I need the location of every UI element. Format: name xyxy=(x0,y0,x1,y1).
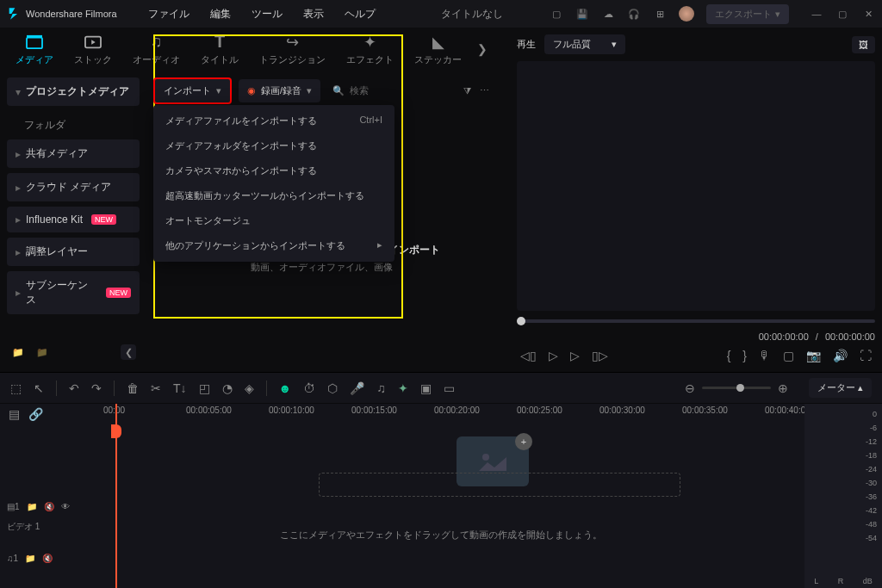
timeline-tracks[interactable]: 00:0000:00:05:0000:00:10:0000:00:15:0000… xyxy=(78,404,804,588)
zoom-out-icon[interactable]: ⊖ xyxy=(685,381,695,395)
tl-undo-icon[interactable]: ↶ xyxy=(69,381,79,395)
cloud-icon[interactable]: ☁ xyxy=(601,7,615,21)
video-track-header[interactable]: ▤1📁🔇👁 xyxy=(0,493,78,519)
tl-pointer-icon[interactable]: ↖ xyxy=(34,381,44,395)
fullscreen-icon[interactable]: ⛶ xyxy=(860,349,872,362)
monitor-icon[interactable]: ▢ xyxy=(550,7,563,21)
import-button[interactable]: インポート▾ xyxy=(153,77,232,104)
tab-title[interactable]: Tタイトル xyxy=(194,29,245,70)
filter-icon[interactable]: ⧩ xyxy=(463,85,471,96)
progress-bar[interactable] xyxy=(517,319,875,323)
tl-crop-icon[interactable]: ◰ xyxy=(199,381,210,395)
tab-audio[interactable]: ♫オーディオ xyxy=(126,29,187,70)
export-button[interactable]: エクスポート▾ xyxy=(706,4,789,24)
sidebar-folder[interactable]: フォルダ xyxy=(7,111,140,139)
tl-delete-icon[interactable]: 🗑 xyxy=(127,381,139,395)
tl-shield-icon[interactable]: ⬡ xyxy=(327,381,338,395)
mark-out-icon[interactable]: } xyxy=(742,349,747,362)
tl-render-icon[interactable]: ▣ xyxy=(420,381,432,395)
snapshot-icon[interactable]: 🖼 xyxy=(852,36,875,53)
svg-marker-3 xyxy=(91,40,96,44)
meter-toggle[interactable]: メーター ▴ xyxy=(809,378,872,398)
dd-import-file[interactable]: メディアファイルをインポートするCtrl+I xyxy=(153,108,394,133)
tl-speed-icon[interactable]: ⏱ xyxy=(303,381,315,395)
tl-mic-icon[interactable]: 🎤 xyxy=(350,381,364,395)
play-icon[interactable]: ▷ xyxy=(549,349,558,362)
tl-group-icon[interactable]: ▭ xyxy=(444,381,455,395)
tl-ai-icon[interactable]: ☻ xyxy=(279,381,292,395)
tl-redo-icon[interactable]: ↷ xyxy=(91,381,102,395)
video-track-label: ビデオ 1 xyxy=(0,519,78,535)
stop-icon[interactable]: ◁▯ xyxy=(520,349,537,362)
headphones-icon[interactable]: 🎧 xyxy=(627,7,641,21)
tl-color-icon[interactable]: ◔ xyxy=(222,381,233,395)
next-icon[interactable]: ▯▷ xyxy=(592,349,608,362)
tl-audio-icon[interactable]: ♫ xyxy=(376,381,386,395)
dd-import-cutter[interactable]: 超高速動画カッターツールからインポートする xyxy=(153,183,394,208)
sidebar-adjustment-layer[interactable]: ▸調整レイヤー xyxy=(7,238,140,266)
menu-edit[interactable]: 編集 xyxy=(210,7,231,22)
avatar-icon[interactable] xyxy=(679,6,694,22)
more-icon[interactable]: ⋯ xyxy=(480,85,489,96)
sidebar-project-media[interactable]: ▾プロジェクトメディア xyxy=(7,77,140,106)
tl-split-icon[interactable]: ✂ xyxy=(151,381,161,395)
dd-auto-montage[interactable]: オートモンタージュ xyxy=(153,208,394,233)
sidebar-influence-kit[interactable]: ▸Influence KitNEW xyxy=(7,207,140,232)
forward-icon[interactable]: ▷ xyxy=(570,349,580,362)
collapse-sidebar-icon[interactable]: ❮ xyxy=(121,344,136,360)
voiceover-icon[interactable]: 🎙 xyxy=(759,349,771,362)
minimize-icon[interactable]: — xyxy=(810,7,823,21)
media-icon xyxy=(25,33,44,52)
track-link-icon[interactable]: 🔗 xyxy=(28,407,43,421)
tab-stock[interactable]: ストック xyxy=(67,29,119,70)
record-button[interactable]: ◉録画/録音▾ xyxy=(239,79,320,102)
tabs-more-icon[interactable]: ❯ xyxy=(477,42,488,56)
new-bin-icon[interactable]: 📁 xyxy=(34,344,50,360)
dd-import-camera[interactable]: カメラやスマホからインポートする xyxy=(153,158,394,183)
menu-view[interactable]: 表示 xyxy=(303,7,324,22)
track-add-icon[interactable]: ▤ xyxy=(9,407,20,421)
progress-handle[interactable] xyxy=(517,317,525,325)
sidebar-shared-media[interactable]: ▸共有メディア xyxy=(7,139,140,168)
media-content: インポート▾ ◉録画/録音▾ 🔍検索 ⧩ ⋯ メディアファイルをインポートするC… xyxy=(146,71,496,372)
camera-icon[interactable]: 📷 xyxy=(806,349,821,362)
tab-transition[interactable]: ↪トランジション xyxy=(252,29,332,70)
display-icon[interactable]: ▢ xyxy=(783,349,794,362)
filmora-logo-icon xyxy=(7,7,21,21)
menu-tools[interactable]: ツール xyxy=(252,7,283,22)
main-menu: ファイル 編集 ツール 表示 ヘルプ xyxy=(148,7,376,22)
tab-sticker[interactable]: ◣ステッカー xyxy=(407,29,469,70)
zoom-slider[interactable] xyxy=(702,387,771,389)
apps-icon[interactable]: ⊞ xyxy=(653,7,667,21)
volume-icon[interactable]: 🔊 xyxy=(833,349,848,362)
dd-import-other-apps[interactable]: 他のアプリケーションからインポートする▸ xyxy=(153,233,394,258)
new-folder-icon[interactable]: 📁 xyxy=(10,344,26,360)
tl-keyframe-icon[interactable]: ◈ xyxy=(245,381,254,395)
save-icon[interactable]: 💾 xyxy=(575,7,589,21)
tab-effect[interactable]: ✦エフェクト xyxy=(339,29,401,70)
timeline-drop-zone[interactable] xyxy=(319,473,680,497)
quality-select[interactable]: フル品質▾ xyxy=(544,34,625,54)
tl-lasso-icon[interactable]: ⬚ xyxy=(10,381,22,395)
app-logo: Wondershare Filmora xyxy=(7,7,117,21)
mark-in-icon[interactable]: { xyxy=(727,349,731,362)
audio-track-header[interactable]: ♫1📁🔇 xyxy=(0,545,78,571)
media-sidebar: ▾プロジェクトメディア フォルダ ▸共有メディア ▸クラウド メディア ▸Inf… xyxy=(0,71,146,372)
play-label: 再生 xyxy=(517,38,536,51)
sidebar-cloud-media[interactable]: ▸クラウド メディア xyxy=(7,173,140,201)
search-input[interactable]: 🔍検索 xyxy=(332,84,369,97)
menu-help[interactable]: ヘルプ xyxy=(345,7,376,22)
tl-text-icon[interactable]: T↓ xyxy=(173,381,187,395)
zoom-in-icon[interactable]: ⊕ xyxy=(778,381,788,395)
tl-marker-icon[interactable]: ✦ xyxy=(398,381,408,395)
sidebar-subsequence[interactable]: ▸サブシーケンスNEW xyxy=(7,271,140,314)
dd-import-folder[interactable]: メディアフォルダをインポートする xyxy=(153,133,394,158)
search-icon: 🔍 xyxy=(332,85,345,96)
close-icon[interactable]: ✕ xyxy=(861,7,875,21)
maximize-icon[interactable]: ▢ xyxy=(835,7,849,21)
stock-icon xyxy=(84,33,102,52)
tab-media[interactable]: メディア xyxy=(9,29,60,70)
timeline-ruler[interactable]: 00:0000:00:05:0000:00:10:0000:00:15:0000… xyxy=(78,404,804,424)
menu-file[interactable]: ファイル xyxy=(148,7,189,22)
preview-viewport[interactable] xyxy=(517,61,875,311)
